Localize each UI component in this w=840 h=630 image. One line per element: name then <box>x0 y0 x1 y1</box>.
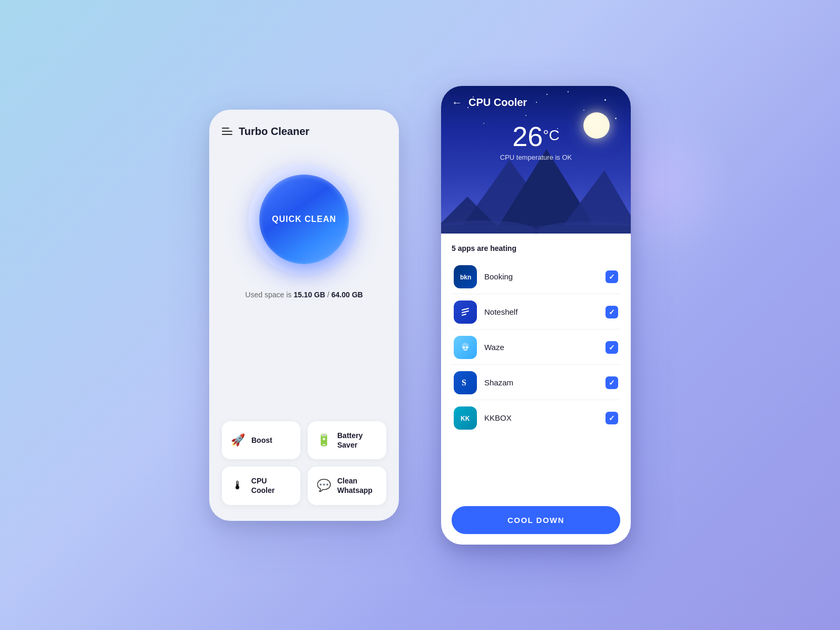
booking-checkbox[interactable]: ✓ <box>605 270 618 283</box>
feature-cpu-cooler[interactable]: 🌡 CPU Cooler <box>222 467 300 505</box>
shazam-app-name: Shazam <box>484 378 605 387</box>
shazam-app-icon: S <box>454 371 477 394</box>
cpu-cooler-icon: 🌡 <box>230 479 245 492</box>
booking-app-name: Booking <box>484 272 605 281</box>
phones-container: Turbo Cleaner QUICK CLEAN Used space is … <box>209 86 631 545</box>
battery-saver-label: BatterySaver <box>337 431 363 450</box>
cpu-hero-section: ← CPU Cooler 26 °C CPU temperature is OK <box>441 86 631 234</box>
booking-checkmark: ✓ <box>609 273 615 281</box>
app-row-booking: bkng Booking ✓ <box>452 260 620 294</box>
booking-app-icon: bkng <box>454 265 477 288</box>
waze-app-name: Waze <box>484 343 605 352</box>
svg-text:S: S <box>462 378 466 387</box>
app-title: Turbo Cleaner <box>239 125 309 138</box>
quick-clean-button[interactable]: QUICK CLEAN <box>259 175 349 264</box>
noteshelf-app-name: Noteshelf <box>484 307 605 316</box>
app-row-waze: Waze ✓ <box>452 331 620 365</box>
heating-apps-list: bkng Booking ✓ <box>452 260 620 498</box>
back-button[interactable]: ← <box>452 96 462 109</box>
quick-clean-outer-ring: QUICK CLEAN <box>249 164 359 275</box>
shazam-checkbox[interactable]: ✓ <box>605 376 618 389</box>
svg-point-13 <box>466 346 468 348</box>
storage-separator: / <box>325 290 331 299</box>
svg-line-9 <box>462 311 468 313</box>
cpu-cooler-title: CPU Cooler <box>468 96 527 109</box>
waze-checkmark: ✓ <box>609 343 615 352</box>
kkbox-checkbox[interactable]: ✓ <box>605 412 618 424</box>
phone1-header: Turbo Cleaner <box>222 125 386 138</box>
kkbox-app-icon: KK <box>454 406 477 430</box>
kkbox-app-name: KKBOX <box>484 413 605 422</box>
svg-line-8 <box>462 308 468 310</box>
phone2-cpu-cooler: ← CPU Cooler 26 °C CPU temperature is OK… <box>441 86 631 545</box>
battery-saver-icon: 🔋 <box>316 433 331 447</box>
phone1-turbo-cleaner: Turbo Cleaner QUICK CLEAN Used space is … <box>209 110 399 521</box>
kkbox-checkmark: ✓ <box>609 414 615 422</box>
svg-text:KK: KK <box>461 415 470 422</box>
svg-text:bkng: bkng <box>460 274 471 281</box>
storage-total: 64.00 GB <box>331 290 363 299</box>
app-row-shazam: S Shazam ✓ <box>452 366 620 400</box>
clean-whatsapp-label: CleanWhatsapp <box>337 476 373 495</box>
app-row-noteshelf: Noteshelf ✓ <box>452 295 620 329</box>
temperature-display: 26 °C CPU temperature is OK <box>441 123 631 161</box>
cpu-body: 5 apps are heating bkng Booking ✓ <box>441 234 631 545</box>
app-row-kkbox: KK KKBOX ✓ <box>452 401 620 435</box>
boost-label: Boost <box>251 435 272 445</box>
cpu-header: ← CPU Cooler <box>441 86 631 119</box>
waze-checkbox[interactable]: ✓ <box>605 341 618 354</box>
storage-used: 15.10 GB <box>294 290 325 299</box>
quick-clean-wrapper: QUICK CLEAN <box>249 164 359 275</box>
feature-boost[interactable]: 🚀 Boost <box>222 421 300 459</box>
feature-battery-saver[interactable]: 🔋 BatterySaver <box>308 421 386 459</box>
svg-line-10 <box>462 314 466 315</box>
noteshelf-checkbox[interactable]: ✓ <box>605 306 618 318</box>
noteshelf-app-icon <box>454 301 477 324</box>
back-arrow-icon: ← <box>452 96 462 109</box>
feature-grid: 🚀 Boost 🔋 BatterySaver 🌡 CPU Cooler 💬 Cl… <box>222 421 386 505</box>
feature-clean-whatsapp[interactable]: 💬 CleanWhatsapp <box>308 467 386 505</box>
hamburger-menu-icon[interactable] <box>222 128 232 135</box>
waze-app-icon <box>454 336 477 359</box>
cool-down-button[interactable]: COOL DOWN <box>452 506 620 534</box>
boost-icon: 🚀 <box>230 433 245 447</box>
quick-clean-label: QUICK CLEAN <box>272 215 336 224</box>
temperature-status: CPU temperature is OK <box>500 153 572 161</box>
shazam-checkmark: ✓ <box>609 379 615 387</box>
temperature-unit: °C <box>543 127 559 144</box>
noteshelf-checkmark: ✓ <box>609 308 615 316</box>
heating-apps-title: 5 apps are heating <box>452 244 620 253</box>
storage-info: Used space is 15.10 GB / 64.00 GB <box>245 290 363 299</box>
temperature-value: 26 <box>512 123 543 150</box>
cpu-cooler-label: CPU Cooler <box>251 476 292 495</box>
svg-point-12 <box>463 346 465 348</box>
clean-whatsapp-icon: 💬 <box>316 479 331 492</box>
storage-prefix: Used space is <box>245 290 294 299</box>
svg-point-11 <box>462 343 469 350</box>
